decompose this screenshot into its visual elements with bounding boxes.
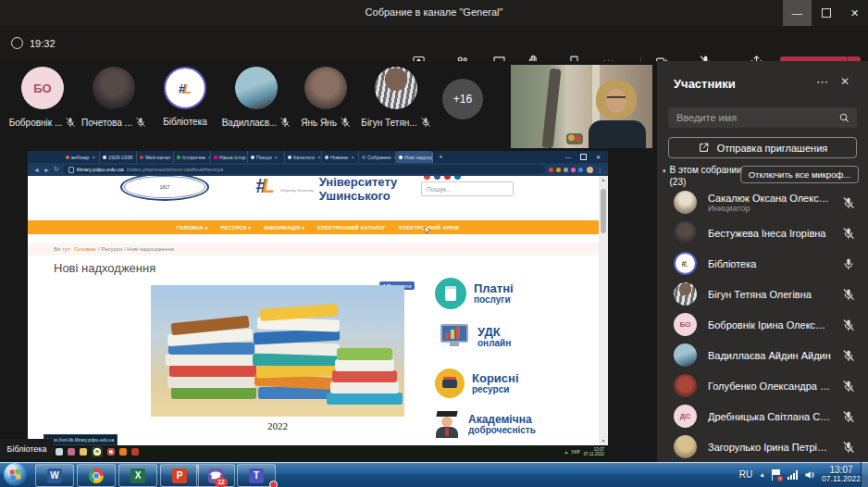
show-desktop-button[interactable] <box>861 462 868 487</box>
participant-tile[interactable]: Бігун Тетян... <box>357 67 435 128</box>
maximize-button[interactable] <box>812 0 840 26</box>
send-invite-button[interactable]: Отправка приглашения <box>668 137 857 158</box>
nav-ecatalog[interactable]: ЕЛЕКТРОННИЙ КАТАЛОГ <box>317 225 386 231</box>
extension-icon[interactable] <box>556 168 561 172</box>
participant-row[interactable]: Голубенко Олександра Вікторі... <box>657 370 868 401</box>
speaker-icon[interactable] <box>804 469 815 481</box>
minimize-button[interactable]: — <box>783 0 812 26</box>
participant-tile[interactable]: Вадиллаєв... <box>217 67 295 128</box>
participant-search-input[interactable] <box>668 107 857 128</box>
taskbar-viber[interactable]: ☎12 <box>196 464 235 487</box>
nav-information[interactable]: ІНФОРМАЦІЯ <box>264 225 304 231</box>
participant-row[interactable]: Бестужева Інеса Ігорівна <box>657 218 868 248</box>
browser-tab-active[interactable]: Нові надход <box>396 151 433 163</box>
extension-icons[interactable] <box>549 168 583 172</box>
browser-menu-icon[interactable]: ⋮ <box>597 167 602 173</box>
mic-muted-icon[interactable] <box>842 441 855 454</box>
scroll-up-icon[interactable]: ▲ <box>599 177 608 182</box>
tray-chevron-icon[interactable]: ▴ <box>565 449 568 455</box>
browser-tab[interactable]: Наша істор <box>211 151 248 163</box>
back-icon[interactable]: ◄ <box>33 167 40 173</box>
participant-tile[interactable]: БО Бобровнік ... <box>4 67 81 128</box>
mic-muted-icon[interactable] <box>842 196 855 209</box>
opera-icon[interactable] <box>107 448 115 456</box>
browser-minimize-icon[interactable]: — <box>565 155 571 160</box>
browser-tab[interactable]: Історична <box>174 151 211 163</box>
link-paid-services[interactable]: Платніпослуги <box>435 278 514 309</box>
participant-tile[interactable]: #L Бібліотека <box>146 67 224 127</box>
extension-icon[interactable] <box>578 168 583 172</box>
participant-row[interactable]: БО Бобровнік Ірина Олександрівна <box>657 309 868 340</box>
tray-lang[interactable]: УКР <box>571 449 579 455</box>
overflow-participants[interactable]: +16 <box>442 79 483 119</box>
reload-icon[interactable]: ↻ <box>54 166 59 173</box>
mute-all-button[interactable]: Отключить все микроф... <box>740 166 859 183</box>
taskbar-word[interactable]: W <box>35 464 74 487</box>
screenshare-surface[interactable]: вебінар 1928-1938 Web-катал Історична На… <box>28 151 608 458</box>
action-center-flag-icon[interactable]: ✕ <box>772 469 781 481</box>
link-udc-online[interactable]: УДКонлайн <box>439 324 511 350</box>
extension-icon[interactable] <box>549 168 553 172</box>
start-button[interactable] <box>4 463 27 486</box>
participant-row[interactable]: Бігун Тетяна Олегівна <box>657 279 868 309</box>
social-icon[interactable] <box>434 176 440 180</box>
in-meeting-section[interactable]: ▾ В этом собрании(23) <box>663 165 742 188</box>
webcam-video-tile[interactable] <box>511 65 652 148</box>
browser-tab[interactable]: 1928-1938 <box>100 151 137 163</box>
browser-tab[interactable]: Новини <box>322 151 359 163</box>
browser-tab[interactable]: Web-катал <box>137 151 174 163</box>
folder-icon[interactable] <box>80 448 87 456</box>
participant-row[interactable]: Загорулько Ірина Петрівна <box>657 431 868 462</box>
language-indicator[interactable]: RU <box>739 469 752 480</box>
page-scrollbar-thumb[interactable] <box>601 189 606 233</box>
forward-icon[interactable]: ► <box>43 167 50 173</box>
taskview-icon[interactable] <box>56 448 63 456</box>
participant-row[interactable]: #L Бібліотека <box>657 248 868 279</box>
breadcrumb-home-link[interactable]: Головна <box>74 246 95 252</box>
taskbar-excel[interactable]: X <box>118 464 157 487</box>
link-useful-resources[interactable]: Корисніресурси <box>435 368 519 398</box>
social-icon[interactable] <box>424 176 430 180</box>
browser-maximize-icon[interactable] <box>580 154 587 160</box>
participant-row[interactable]: Сакалюк Оксана ОлександрівнаИнициатор <box>657 187 868 218</box>
participant-tile[interactable]: Почетова ... <box>75 67 153 128</box>
mic-muted-icon[interactable] <box>842 349 855 362</box>
close-button[interactable]: ✕ <box>840 0 868 26</box>
extension-icon[interactable] <box>564 168 568 172</box>
mic-muted-icon[interactable] <box>842 318 855 331</box>
mic-muted-icon[interactable] <box>842 227 855 240</box>
mic-muted-icon[interactable] <box>842 410 855 423</box>
taskbar-clock[interactable]: 13:0707.11.2022 <box>822 465 861 484</box>
new-tab-button[interactable]: + <box>433 151 449 163</box>
participant-row[interactable]: ДС Дребницька Світлана Сергіївна <box>657 401 868 431</box>
browser-tab[interactable]: вебінар <box>63 151 100 163</box>
browser-tab[interactable]: Собрание <box>359 151 396 163</box>
nav-home[interactable]: ГОЛОВНА <box>177 225 208 231</box>
extension-icon[interactable] <box>571 168 576 172</box>
social-icon[interactable] <box>444 176 451 180</box>
scroll-down-icon[interactable]: ▼ <box>599 438 608 443</box>
network-icon[interactable] <box>787 470 798 480</box>
nav-resources[interactable]: РЕСУРСИ <box>221 225 252 231</box>
pdf-icon[interactable] <box>131 448 139 456</box>
url-omnibox[interactable]: library.pdpu.edu.ua /index.php/resursi/n… <box>63 165 545 174</box>
link-academic-integrity[interactable]: Академічнадоброчесність <box>433 411 536 439</box>
social-icon[interactable] <box>454 176 461 180</box>
mic-muted-icon[interactable] <box>842 288 855 301</box>
chrome-taskbar-icon[interactable] <box>92 446 103 457</box>
browser-tab[interactable]: Пошук <box>248 151 285 163</box>
participant-tile[interactable]: Янь Янь <box>287 67 365 128</box>
taskbar-chrome[interactable] <box>77 464 116 487</box>
hidden-icons-chevron[interactable]: ▲ <box>759 471 765 478</box>
profile-avatar[interactable] <box>587 167 593 173</box>
participant-row[interactable]: Вадиллаєва Айдин Айдин <box>657 340 868 370</box>
social-icons[interactable] <box>424 176 461 180</box>
browser-close-icon[interactable]: ✕ <box>596 154 601 160</box>
taskbar-teams[interactable]: T <box>237 464 276 487</box>
panel-close-icon[interactable]: ✕ <box>840 75 849 88</box>
tray-clock[interactable]: 13:0707.11.2022 <box>584 447 604 457</box>
mic-muted-icon[interactable] <box>842 380 855 393</box>
app-icon[interactable] <box>119 448 127 456</box>
site-search-input[interactable]: Пошук... <box>421 181 514 196</box>
mic-on-icon[interactable] <box>842 257 855 270</box>
